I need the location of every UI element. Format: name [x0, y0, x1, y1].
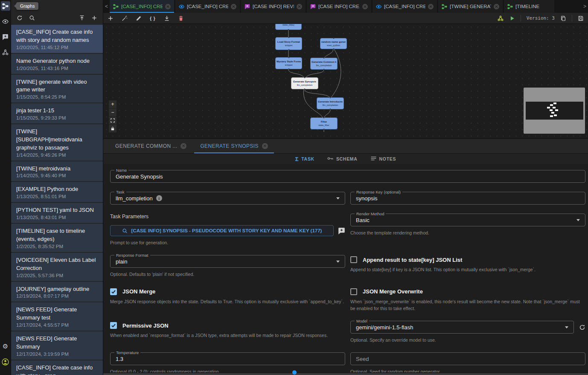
json-braces-icon[interactable]: { } — [150, 16, 156, 21]
feedback-nav-icon[interactable] — [1, 32, 10, 41]
delete-trash-icon[interactable] — [178, 15, 184, 21]
graph-node[interactable]: Generate Introduction llm_completion — [317, 97, 344, 109]
graph-list-item[interactable]: [TWINE][SUBGRAPH]metroidvania graphviz t… — [11, 124, 103, 161]
graph-list-item[interactable]: [CASE_INFO] Create case info with story … — [11, 360, 103, 375]
model-select[interactable]: Model gemini/gemini-1.5-flash — [350, 321, 574, 334]
subtab-label: SCHEMA — [336, 156, 358, 161]
graphs-nav-icon[interactable] — [1, 1, 10, 11]
editor-tab[interactable]: [CASE_INFO] CRE... ✕ — [110, 0, 174, 13]
graph-node[interactable]: Generate Common Info llm_completion — [310, 58, 338, 70]
upload-icon[interactable] — [79, 15, 85, 21]
lock-icon[interactable] — [109, 125, 116, 132]
download-icon[interactable] — [164, 15, 170, 21]
graph-item-timestamp: 1/2/2025, 5:57:36 PM — [16, 273, 98, 278]
refresh-models-icon[interactable] — [579, 324, 585, 331]
graph-node[interactable]: Mystery Style Format... snippet — [275, 57, 302, 69]
search-icon[interactable] — [29, 15, 35, 21]
node-task-type: state_inkey — [282, 24, 294, 26]
graph-canvas[interactable]: state_inkey Load Story Format snippet ra… — [103, 24, 588, 138]
graph-list-item[interactable]: [TWINE] generate with video game writer … — [11, 75, 103, 103]
fit-view-icon[interactable] — [109, 117, 116, 124]
scrollbar-track[interactable] — [103, 373, 588, 375]
graph-node[interactable]: random name genera... exec_python — [320, 38, 347, 49]
zoom-in-icon[interactable]: + — [109, 100, 116, 108]
graph-list-item[interactable]: [TIMELINE] case to timeline (events, edg… — [11, 224, 103, 252]
editor-tab[interactable]: [CASE INFO] CRE... ✕ — [307, 0, 371, 13]
webhook-run-icon[interactable] — [498, 15, 504, 21]
account-icon[interactable] — [1, 357, 10, 366]
app-window: ⚙ Graphs Graphs [CASE_INFO] Create case … — [0, 0, 588, 375]
editor-subtab[interactable]: Σ TASK — [295, 156, 314, 162]
editor-tab[interactable]: [CASE_INFO] CRE... ✕ — [175, 0, 240, 13]
name-field-label: Name — [114, 168, 128, 173]
webhook-nav-icon[interactable] — [1, 47, 10, 57]
graph-list-item[interactable]: [PYTHON TEST] yaml to JSON 1/13/2025, 8:… — [11, 203, 103, 223]
settings-gear-icon[interactable]: ⚙ — [1, 342, 10, 351]
node-tab-close-icon[interactable]: ✕ — [262, 143, 268, 149]
graph-node[interactable]: Load Story Format snippet — [275, 37, 302, 50]
node-task-type: llm_completion — [323, 103, 338, 107]
node-tab[interactable]: GENERATE SYNOPSIS ✕ — [194, 139, 274, 153]
graph-list-item[interactable]: Name Generator python node 1/20/2025, 11… — [11, 54, 103, 74]
scrollbar-handle[interactable] — [292, 370, 297, 375]
permissive-json-checkbox[interactable] — [110, 322, 117, 329]
tab-close-icon[interactable]: ✕ — [231, 4, 236, 9]
task-select[interactable]: Task llm_completion i — [110, 192, 345, 205]
canvas-toolbar: { } Version: 3 — [103, 13, 588, 24]
graph-list-item[interactable]: jinja tester 1-15 1/15/2025, 9:29:33 PM — [11, 103, 103, 123]
tabs-scroll-left-icon[interactable]: < — [103, 0, 110, 13]
add-graph-icon[interactable] — [91, 15, 97, 21]
new-prompt-icon[interactable] — [338, 227, 345, 234]
graph-list-item[interactable]: [NEWS FEED] Generate Summary 12/17/2024,… — [11, 331, 103, 360]
tab-label: [CASE INFO] CRE... — [318, 4, 360, 9]
node-tab-close-icon[interactable]: ✕ — [180, 143, 186, 149]
graph-item-timestamp: 1/15/2025, 9:29:33 PM — [16, 115, 98, 120]
graph-node[interactable]: Generate Synopsis llm_completion — [291, 77, 318, 89]
append-to-key-checkbox[interactable] — [350, 256, 357, 263]
run-play-icon[interactable] — [509, 15, 515, 21]
edit-pencil-icon[interactable] — [136, 15, 142, 21]
response-key-field[interactable]: Response Key (optional) synopsis — [350, 192, 585, 205]
json-merge-checkbox[interactable] — [110, 288, 117, 295]
graph-list-item[interactable]: [CASE_INFO] Create case info with story … — [11, 25, 103, 53]
graph-list-item[interactable]: [VOICEGEN] Eleven Labs Label Correction … — [11, 253, 103, 281]
graph-list-item[interactable]: [TWINE] metroidvania 1/14/2025, 9:45:40 … — [11, 161, 103, 182]
tab-close-icon[interactable]: ✕ — [165, 4, 171, 9]
task-info-icon[interactable]: i — [156, 195, 162, 201]
zoom-out-icon[interactable]: − — [109, 108, 116, 116]
graph-node[interactable]: Filter state_filter — [310, 117, 338, 129]
seed-field[interactable]: Seed — [350, 352, 585, 365]
minimap[interactable] — [524, 88, 585, 134]
temperature-field[interactable]: Temperature 1.3 — [110, 352, 345, 365]
eye-nav-icon[interactable] — [1, 17, 10, 26]
add-node-icon[interactable] — [108, 15, 114, 21]
tab-close-icon[interactable]: ✕ — [428, 4, 434, 9]
refresh-icon[interactable] — [17, 15, 23, 21]
tab-close-icon[interactable]: ✕ — [494, 4, 499, 9]
editor-tab[interactable]: [TWINE] GENERAT... ✕ — [438, 0, 503, 13]
graphs-sidebar: Graphs Graphs [CASE_INFO] Create case in… — [11, 0, 103, 375]
graph-list-item[interactable]: [JOURNEY] gameplay outline 12/19/2024, 8… — [11, 282, 103, 302]
name-field-value: Generate Synopsis — [116, 173, 163, 180]
response-format-select[interactable]: Response Format plain — [110, 255, 345, 268]
editor-tab[interactable]: [TIMELINE ✕ — [504, 0, 554, 13]
name-field[interactable]: Name Generate Synopsis — [110, 170, 585, 183]
editor-tab[interactable]: [CASE INFO] REVI... ✕ — [241, 0, 306, 13]
copy-icon[interactable] — [560, 15, 566, 21]
graph-node[interactable]: state_inkey — [275, 24, 302, 30]
tabs-scroll-right-icon[interactable]: > — [582, 0, 588, 13]
editor-tab[interactable]: [CASE_INFO] CRE... ✕ — [373, 0, 437, 13]
editor-subtab[interactable]: SCHEMA — [327, 156, 358, 161]
auto-layout-wand-icon[interactable] — [122, 15, 128, 21]
editor-subtab[interactable]: NOTES — [370, 156, 396, 161]
render-method-select[interactable]: Render Method Basic — [350, 214, 585, 226]
graph-list-item[interactable]: [NEWS FEED] Generate Summary test 12/17/… — [11, 302, 103, 331]
prompt-select-button[interactable]: [CASE INFO] SYNOPSIS - PSEUDOCODE WITH S… — [110, 225, 334, 236]
graph-list-item[interactable]: [EXAMPLE] Python node 1/13/2025, 8:51:01… — [11, 182, 103, 202]
tab-close-icon[interactable]: ✕ — [297, 4, 302, 9]
tab-label: [CASE_INFO] CRE... — [121, 4, 163, 9]
node-tab[interactable]: GENERATE COMMON ... ✕ — [109, 139, 192, 153]
save-icon[interactable] — [578, 15, 584, 21]
tab-close-icon[interactable]: ✕ — [362, 4, 368, 9]
json-merge-overwrite-checkbox[interactable] — [350, 288, 357, 295]
